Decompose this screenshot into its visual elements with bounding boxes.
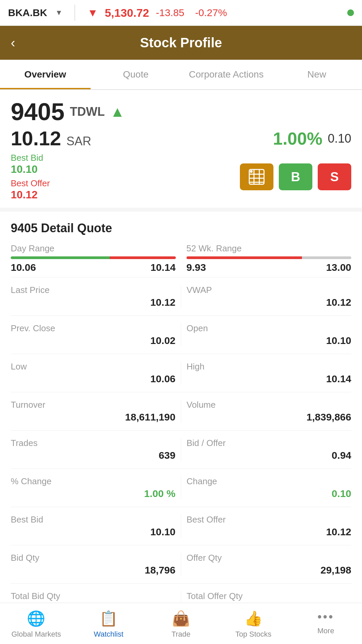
table-view-button[interactable] [240, 163, 273, 190]
header: ‹ Stock Profile [0, 26, 362, 60]
week-range-block: 52 Wk. Range 9.93 13.00 [187, 243, 352, 273]
overview-section: 9405 TDWL ▲ 10.12 SAR 1.00% 0.10 Best Bi… [0, 90, 362, 208]
data-label-left: Bid Qty [11, 553, 175, 563]
week-range-bar [187, 256, 352, 259]
detail-quote-title: 9405 Detail Quote [11, 221, 351, 235]
data-label-right: Bid / Offer [187, 438, 351, 448]
data-value-left: 18,796 [11, 564, 175, 576]
nav-more-label: More [317, 627, 334, 635]
price-down-icon: ▼ [87, 7, 98, 19]
day-range-high: 10.14 [150, 262, 175, 273]
data-value-left: 1.00 % [11, 488, 175, 499]
table-row: Best Bid10.10Best Offer10.12 [11, 507, 351, 545]
best-bid-label: Best Bid [11, 153, 50, 163]
data-label-left: % Change [11, 476, 175, 487]
tab-bar: Overview Quote Corporate Actions New [0, 60, 362, 90]
table-row: Bid Qty18,796Offer Qty29,198 [11, 545, 351, 583]
best-offer-label: Best Offer [11, 178, 50, 189]
table-row: Trades639Bid / Offer0.94 [11, 430, 351, 468]
tab-quote[interactable]: Quote [91, 60, 181, 89]
globe-icon: 🌐 [27, 610, 45, 627]
data-value-left: 10.10 [11, 526, 175, 538]
table-icon [248, 168, 265, 186]
table-row: % Change1.00 %Change0.10 [11, 468, 351, 507]
status-bar: BKA.BK ▼ ▼ 5,130.72 -13.85 -0.27% [0, 0, 362, 26]
nav-global-markets-label: Global Markets [11, 630, 61, 639]
nav-watchlist[interactable]: 📋 Watchlist [72, 610, 145, 639]
trade-icon: 👜 [172, 610, 190, 627]
day-range-label: Day Range [11, 243, 176, 254]
data-label-right: Offer Qty [187, 553, 351, 563]
data-label-left: Prev. Close [11, 323, 175, 334]
nav-more[interactable]: ••• More [290, 610, 362, 639]
data-label-left: Total Bid Qty [11, 591, 175, 601]
nav-trade-label: Trade [171, 630, 191, 639]
nav-top-stocks-label: Top Stocks [235, 630, 271, 639]
week-range-label: 52 Wk. Range [187, 243, 352, 254]
tab-corporate-actions[interactable]: Corporate Actions [181, 60, 272, 89]
data-value-right: 10.14 [187, 373, 351, 385]
data-value-left: 18,611,190 [11, 411, 175, 423]
stock-change-value: 0.10 [328, 132, 351, 146]
market-status-dot [347, 9, 354, 16]
week-range-low: 9.93 [187, 262, 206, 273]
more-icon: ••• [317, 610, 334, 624]
price-change: -13.85 [156, 7, 184, 18]
data-rows-container: Last Price10.12VWAP10.12Prev. Close10.02… [11, 277, 351, 644]
data-label-right: Total Offer Qty [187, 591, 351, 601]
table-row: Turnover18,611,190Volume1,839,866 [11, 392, 351, 430]
current-price: 5,130.72 [105, 6, 149, 19]
data-label-left: Turnover [11, 400, 175, 410]
data-label-left: Trades [11, 438, 175, 448]
stock-price: 10.12 [11, 127, 61, 150]
back-button[interactable]: ‹ [11, 35, 15, 50]
tab-news[interactable]: New [271, 60, 362, 89]
nav-top-stocks[interactable]: 👍 Top Stocks [217, 610, 290, 639]
table-row: Prev. Close10.02Open10.10 [11, 315, 351, 354]
price-up-icon: ▲ [110, 103, 125, 120]
data-value-right: 10.12 [187, 297, 351, 308]
data-label-right: Volume [187, 400, 351, 410]
data-value-right: 29,198 [187, 564, 351, 576]
ticker-dropdown-icon[interactable]: ▼ [55, 8, 63, 17]
ticker-symbol: BKA.BK [8, 7, 47, 18]
data-value-left: 10.12 [11, 297, 175, 308]
data-label-right: VWAP [187, 285, 351, 295]
best-bid-value: 10.10 [11, 163, 50, 176]
data-value-right: 10.12 [187, 526, 351, 538]
detail-quote-section: 9405 Detail Quote Day Range 10.06 10.14 … [0, 212, 362, 644]
range-section: Day Range 10.06 10.14 52 Wk. Range 9.93 … [11, 243, 351, 273]
data-value-right: 0.10 [187, 488, 351, 499]
data-value-right: 10.10 [187, 335, 351, 346]
data-value-left: 10.06 [11, 373, 175, 385]
day-range-bar [11, 256, 176, 259]
stock-pct-change: 1.00% [273, 129, 322, 149]
price-pct-change: -0.27% [195, 7, 227, 18]
nav-global-markets[interactable]: 🌐 Global Markets [0, 610, 72, 639]
day-range-low: 10.06 [11, 262, 36, 273]
stock-id: 9405 [11, 98, 64, 126]
stock-exchange-label: TDWL [70, 105, 105, 119]
data-value-left: 639 [11, 450, 175, 461]
data-label-right: Best Offer [187, 514, 351, 525]
table-row: Low10.06High10.14 [11, 354, 351, 392]
data-value-left: 10.02 [11, 335, 175, 346]
data-label-left: Low [11, 361, 175, 372]
page-title: Stock Profile [140, 35, 222, 50]
tab-overview[interactable]: Overview [0, 60, 91, 89]
sell-button[interactable]: S [318, 163, 351, 190]
watchlist-icon: 📋 [99, 610, 118, 627]
nav-trade[interactable]: 👜 Trade [145, 610, 217, 639]
data-value-right: 0.94 [187, 450, 351, 461]
top-stocks-icon: 👍 [244, 610, 263, 627]
data-value-right: 1,839,866 [187, 411, 351, 423]
week-range-values: 9.93 13.00 [187, 262, 352, 273]
buy-button[interactable]: B [279, 163, 312, 190]
stock-currency: SAR [66, 134, 91, 148]
nav-watchlist-label: Watchlist [94, 630, 123, 639]
data-label-left: Last Price [11, 285, 175, 295]
day-range-block: Day Range 10.06 10.14 [11, 243, 176, 273]
status-divider [74, 5, 75, 21]
data-label-left: Best Bid [11, 514, 175, 525]
svg-point-6 [250, 170, 253, 173]
